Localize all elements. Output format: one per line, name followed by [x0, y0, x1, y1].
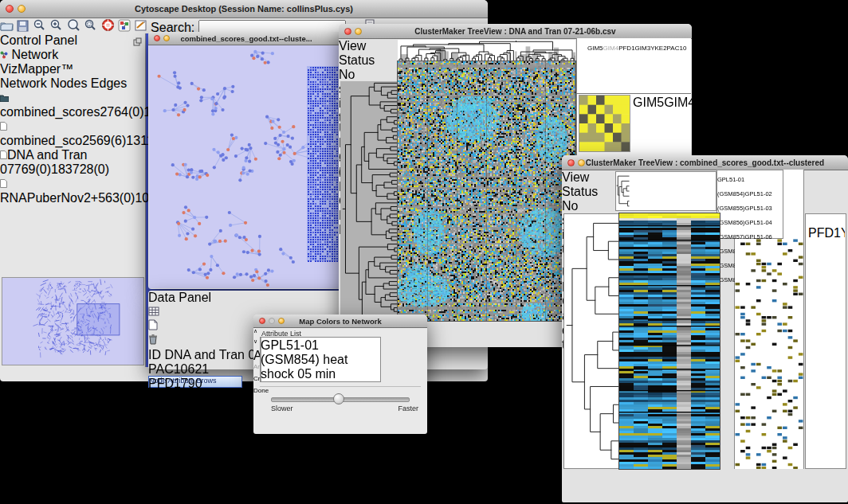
map-colors-dialog: Map Colors to Network Attribute List GPL…: [253, 315, 427, 434]
gene-label[interactable]: GIM3: [728, 96, 759, 109]
gene-label[interactable]: PFD1: [808, 226, 841, 240]
close-button[interactable]: [6, 5, 14, 13]
attribute-listbox[interactable]: GPL51-01 (GSM854) heat shock 05 minGPL51…: [260, 337, 381, 382]
zoom-button[interactable]: [173, 35, 179, 41]
minimize-button-disabled: [269, 318, 275, 324]
gene-label[interactable]: YRA1: [841, 226, 845, 240]
tab-network[interactable]: Network: [0, 48, 69, 62]
dialog-title: Map Colors to Network: [299, 317, 381, 326]
folder-icon: [0, 91, 9, 104]
array-dendrogram-panel[interactable]: [615, 171, 716, 211]
open-icon[interactable]: [0, 21, 14, 34]
network-tab-icon: [0, 51, 8, 59]
close-button[interactable]: [567, 159, 575, 166]
global-heatmap[interactable]: [398, 61, 575, 321]
minimize-button[interactable]: [355, 28, 362, 35]
minimize-button[interactable]: [18, 5, 26, 13]
network-view-window: combined_scores_good.txt--cluste...: [148, 32, 344, 289]
group-separator: [260, 386, 421, 387]
network-table-header[interactable]: Network Nodes Edges: [0, 76, 143, 91]
zoom-button[interactable]: [588, 159, 595, 166]
gene-dendrogram[interactable]: [340, 81, 397, 321]
desktop: Cytoscape Desktop (Session Name: collins…: [0, 0, 848, 504]
array-dendrogram[interactable]: [616, 172, 716, 210]
network-nodes-count: 563(0): [98, 191, 135, 205]
array-label[interactable]: PAC10: [667, 45, 687, 52]
array-label-strip: GPL51-01 (GSM854)GPL51-02 (GSM855)GPL51-…: [716, 170, 783, 239]
network-table-row[interactable]: combined_sco2569(6)13112(15): [0, 119, 143, 148]
annotation-icon[interactable]: [135, 21, 147, 34]
network-table-rows: combined_scores2764(0)16218(0)combined_s…: [0, 91, 143, 205]
network-overview-canvas[interactable]: [2, 278, 143, 365]
attribute-item[interactable]: GPL51-02 (GSM855) heat shock 10 min: [261, 381, 371, 382]
treeview-combined-titlebar[interactable]: ClusterMaker TreeView : combined_scores_…: [562, 155, 848, 170]
network-view-canvas[interactable]: [149, 45, 344, 288]
array-label[interactable]: PFD1: [618, 45, 634, 52]
zoom-in-icon[interactable]: [49, 21, 63, 34]
slider-thumb[interactable]: [333, 393, 344, 404]
col-id: ID: [148, 348, 161, 361]
main-window-title: Cytoscape Desktop (Session Name: collins…: [135, 4, 353, 14]
col-nodes: Nodes: [50, 76, 87, 90]
array-label[interactable]: YKE2: [650, 45, 666, 52]
attribute-item[interactable]: GPL51-01 (GSM854) heat shock 05 min: [261, 338, 371, 381]
zoom-out-icon[interactable]: [33, 21, 46, 34]
divider: [576, 93, 691, 94]
zoom-selected-icon[interactable]: [84, 21, 97, 34]
zoom-button[interactable]: [365, 28, 372, 35]
treeview-dna-titlebar[interactable]: ClusterMaker TreeView : DNA and Tran 07-…: [339, 24, 692, 39]
network-nodes-count: 769(0): [14, 162, 51, 176]
control-panel-title: Control Panel: [0, 33, 145, 48]
close-button[interactable]: [344, 28, 351, 35]
main-titlebar[interactable]: Cytoscape Desktop (Session Name: collins…: [0, 0, 488, 18]
gene-label[interactable]: GIM4: [664, 96, 695, 109]
minimize-button[interactable]: [278, 318, 285, 324]
zoom-fit-icon[interactable]: [67, 21, 80, 34]
network-table-row[interactable]: combined_scores2764(0)16218(0): [0, 91, 143, 119]
gene-label[interactable]: GIM5: [633, 96, 664, 109]
network-view-titlebar[interactable]: combined_scores_good.txt--cluste...: [148, 32, 344, 45]
tab-network-label: Network: [11, 48, 58, 61]
minimize-button[interactable]: [163, 35, 170, 41]
view-status-title: View Status: [562, 170, 598, 198]
faster-label: Faster: [398, 404, 418, 412]
global-heatmap[interactable]: [619, 213, 720, 469]
array-label[interactable]: GIM5: [587, 45, 603, 52]
treeview-combined-title: ClusterMaker TreeView : combined_scores_…: [586, 158, 824, 167]
network-overview-panel[interactable]: [2, 277, 144, 365]
zoom-button[interactable]: [29, 5, 37, 13]
array-label[interactable]: GIM3: [635, 45, 651, 52]
file-icon: [0, 177, 7, 190]
view-status-title: View Status: [339, 39, 375, 67]
view-status-panel: View Status No status info for this view: [339, 39, 390, 68]
zoom-heatmap[interactable]: [735, 239, 803, 469]
float-panel-icon[interactable]: [133, 35, 142, 49]
close-button[interactable]: [259, 318, 265, 324]
similarity-matrix-heatmap[interactable]: [579, 96, 630, 151]
col-edges: Edges: [91, 76, 127, 90]
dialog-titlebar[interactable]: Map Colors to Network: [253, 315, 427, 328]
vizmapper-icon[interactable]: [118, 21, 131, 34]
gene-label[interactable]: PFD1: [695, 96, 728, 109]
array-dendrogram[interactable]: [398, 40, 575, 61]
gene-label[interactable]: PAC10: [791, 96, 831, 109]
gene-list-hscrollbar[interactable]: [806, 214, 842, 222]
network-table-row[interactable]: DNA and Tran 07769(0)183728(0): [0, 148, 143, 177]
minimize-button[interactable]: [578, 159, 585, 166]
help-lifesaver-icon[interactable]: [101, 21, 115, 34]
gene-label-panel: PFD1YRA1RNR4MSL1SPC98CLN1NIS1BUD4ELG1MAK…: [805, 213, 846, 469]
array-label[interactable]: GPL51-01 (GSM854): [717, 176, 745, 197]
slower-label: Slower: [271, 404, 293, 412]
network-table: Network Nodes Edges combined_scores2764(…: [0, 76, 143, 295]
gene-dendrogram[interactable]: [564, 214, 618, 468]
gene-label[interactable]: YKE2: [759, 96, 791, 109]
array-label-strip: GIM5GIM4PFD1GIM3YKE2PAC10: [587, 39, 630, 93]
attribute-items: GPL51-01 (GSM854) heat shock 05 minGPL51…: [261, 338, 371, 382]
tab-vizmapper[interactable]: VizMapper™: [0, 62, 61, 76]
network-table-row[interactable]: RNAPuberNov2+563(0)107847(0): [0, 177, 143, 205]
close-button[interactable]: [154, 35, 160, 41]
file-icon: [0, 148, 7, 162]
view-status-panel: View Status No status info for this view: [562, 170, 611, 200]
save-icon[interactable]: [17, 21, 29, 34]
array-label[interactable]: GIM4: [603, 45, 619, 52]
